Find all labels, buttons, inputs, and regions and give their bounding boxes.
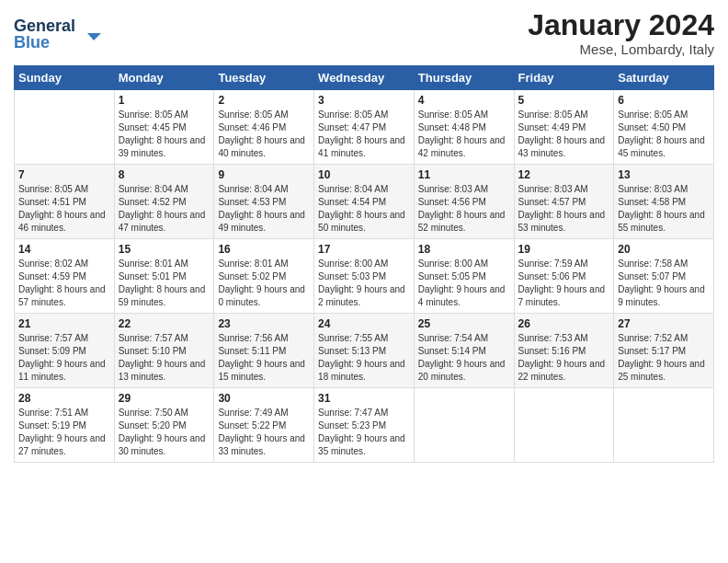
- day-info: Sunrise: 8:03 AMSunset: 4:57 PMDaylight:…: [518, 183, 610, 235]
- calendar-week-0: 1Sunrise: 8:05 AMSunset: 4:45 PMDaylight…: [15, 90, 714, 165]
- calendar-cell-4-0: 28Sunrise: 7:51 AMSunset: 5:19 PMDayligh…: [15, 388, 115, 463]
- calendar-cell-4-2: 30Sunrise: 7:49 AMSunset: 5:22 PMDayligh…: [214, 388, 314, 463]
- calendar-cell-1-3: 10Sunrise: 8:04 AMSunset: 4:54 PMDayligh…: [314, 165, 415, 239]
- day-info: Sunrise: 7:54 AMSunset: 5:14 PMDaylight:…: [418, 332, 510, 384]
- day-number: 14: [18, 243, 110, 256]
- calendar-cell-0-2: 2Sunrise: 8:05 AMSunset: 4:46 PMDaylight…: [214, 90, 314, 165]
- day-info: Sunrise: 8:04 AMSunset: 4:53 PMDaylight:…: [218, 183, 310, 235]
- calendar-cell-3-0: 21Sunrise: 7:57 AMSunset: 5:09 PMDayligh…: [15, 314, 115, 388]
- calendar-week-2: 14Sunrise: 8:02 AMSunset: 4:59 PMDayligh…: [15, 239, 714, 314]
- calendar-week-3: 21Sunrise: 7:57 AMSunset: 5:09 PMDayligh…: [15, 314, 714, 388]
- title-area: January 2024 Mese, Lombardy, Italy: [528, 9, 714, 57]
- svg-marker-1: [87, 33, 101, 40]
- day-number: 1: [119, 94, 210, 107]
- calendar-cell-3-6: 27Sunrise: 7:52 AMSunset: 5:17 PMDayligh…: [614, 314, 714, 388]
- page-container: General Blue January 2024 Mese, Lombardy…: [0, 0, 728, 472]
- day-info: Sunrise: 8:05 AMSunset: 4:47 PMDaylight:…: [318, 109, 410, 160]
- header-saturday: Saturday: [614, 66, 714, 90]
- day-number: 26: [518, 317, 610, 330]
- day-number: 24: [318, 317, 410, 330]
- calendar-cell-2-2: 16Sunrise: 8:01 AMSunset: 5:02 PMDayligh…: [214, 239, 314, 314]
- calendar-cell-0-1: 1Sunrise: 8:05 AMSunset: 4:45 PMDaylight…: [114, 90, 214, 165]
- svg-text:General: General: [14, 17, 75, 35]
- day-info: Sunrise: 7:53 AMSunset: 5:16 PMDaylight:…: [518, 332, 610, 384]
- day-info: Sunrise: 8:00 AMSunset: 5:03 PMDaylight:…: [318, 258, 410, 309]
- day-number: 25: [418, 317, 510, 330]
- day-number: 27: [618, 317, 710, 330]
- day-number: 15: [119, 243, 210, 256]
- day-info: Sunrise: 8:03 AMSunset: 4:56 PMDaylight:…: [418, 183, 510, 235]
- day-number: 17: [318, 243, 410, 256]
- calendar-cell-2-0: 14Sunrise: 8:02 AMSunset: 4:59 PMDayligh…: [15, 239, 115, 314]
- day-info: Sunrise: 8:05 AMSunset: 4:48 PMDaylight:…: [418, 109, 510, 160]
- header-row: Sunday Monday Tuesday Wednesday Thursday…: [15, 66, 714, 90]
- day-info: Sunrise: 7:49 AMSunset: 5:22 PMDaylight:…: [218, 407, 310, 458]
- day-number: 7: [18, 168, 110, 181]
- calendar-cell-1-4: 11Sunrise: 8:03 AMSunset: 4:56 PMDayligh…: [414, 165, 514, 239]
- day-number: 20: [618, 243, 710, 256]
- calendar-cell-3-4: 25Sunrise: 7:54 AMSunset: 5:14 PMDayligh…: [414, 314, 514, 388]
- day-number: 12: [518, 168, 610, 181]
- calendar-cell-4-4: [414, 388, 514, 463]
- header-monday: Monday: [114, 66, 214, 90]
- day-info: Sunrise: 8:01 AMSunset: 5:02 PMDaylight:…: [218, 258, 310, 309]
- day-info: Sunrise: 7:55 AMSunset: 5:13 PMDaylight:…: [318, 332, 410, 384]
- calendar-cell-4-3: 31Sunrise: 7:47 AMSunset: 5:23 PMDayligh…: [314, 388, 415, 463]
- day-number: 5: [518, 94, 610, 107]
- calendar-cell-1-5: 12Sunrise: 8:03 AMSunset: 4:57 PMDayligh…: [514, 165, 614, 239]
- calendar-cell-1-6: 13Sunrise: 8:03 AMSunset: 4:58 PMDayligh…: [614, 165, 714, 239]
- day-info: Sunrise: 7:57 AMSunset: 5:09 PMDaylight:…: [18, 332, 110, 384]
- logo: General Blue: [14, 13, 115, 58]
- day-info: Sunrise: 7:58 AMSunset: 5:07 PMDaylight:…: [618, 258, 710, 309]
- day-number: 6: [618, 94, 710, 107]
- day-number: 10: [318, 168, 410, 181]
- calendar-body: 1Sunrise: 8:05 AMSunset: 4:45 PMDaylight…: [15, 90, 714, 463]
- header-friday: Friday: [514, 66, 614, 90]
- calendar-cell-0-5: 5Sunrise: 8:05 AMSunset: 4:49 PMDaylight…: [514, 90, 614, 165]
- day-number: 16: [218, 243, 310, 256]
- day-info: Sunrise: 8:00 AMSunset: 5:05 PMDaylight:…: [418, 258, 510, 309]
- calendar-cell-3-1: 22Sunrise: 7:57 AMSunset: 5:10 PMDayligh…: [114, 314, 214, 388]
- day-number: 8: [119, 168, 210, 181]
- day-info: Sunrise: 8:05 AMSunset: 4:51 PMDaylight:…: [18, 183, 110, 235]
- day-info: Sunrise: 8:05 AMSunset: 4:45 PMDaylight:…: [119, 109, 210, 160]
- calendar-cell-2-4: 18Sunrise: 8:00 AMSunset: 5:05 PMDayligh…: [414, 239, 514, 314]
- day-info: Sunrise: 7:51 AMSunset: 5:19 PMDaylight:…: [18, 407, 110, 458]
- day-number: 22: [119, 317, 210, 330]
- day-number: 11: [418, 168, 510, 181]
- calendar-cell-1-2: 9Sunrise: 8:04 AMSunset: 4:53 PMDaylight…: [214, 165, 314, 239]
- day-info: Sunrise: 7:52 AMSunset: 5:17 PMDaylight:…: [618, 332, 710, 384]
- day-number: 18: [418, 243, 510, 256]
- svg-text:Blue: Blue: [14, 33, 50, 52]
- header-wednesday: Wednesday: [314, 66, 415, 90]
- calendar-week-1: 7Sunrise: 8:05 AMSunset: 4:51 PMDaylight…: [15, 165, 714, 239]
- day-info: Sunrise: 8:05 AMSunset: 4:50 PMDaylight:…: [618, 109, 710, 160]
- day-info: Sunrise: 8:01 AMSunset: 5:01 PMDaylight:…: [119, 258, 210, 309]
- day-number: 29: [119, 392, 210, 405]
- day-info: Sunrise: 8:04 AMSunset: 4:52 PMDaylight:…: [119, 183, 210, 235]
- calendar-cell-4-6: [614, 388, 714, 463]
- day-info: Sunrise: 8:04 AMSunset: 4:54 PMDaylight:…: [318, 183, 410, 235]
- day-number: 4: [418, 94, 510, 107]
- calendar-cell-0-6: 6Sunrise: 8:05 AMSunset: 4:50 PMDaylight…: [614, 90, 714, 165]
- day-info: Sunrise: 8:02 AMSunset: 4:59 PMDaylight:…: [18, 258, 110, 309]
- day-number: 30: [218, 392, 310, 405]
- day-info: Sunrise: 7:47 AMSunset: 5:23 PMDaylight:…: [318, 407, 410, 458]
- calendar-header: Sunday Monday Tuesday Wednesday Thursday…: [15, 66, 714, 90]
- day-info: Sunrise: 7:50 AMSunset: 5:20 PMDaylight:…: [119, 407, 210, 458]
- day-info: Sunrise: 7:59 AMSunset: 5:06 PMDaylight:…: [518, 258, 610, 309]
- day-info: Sunrise: 7:57 AMSunset: 5:10 PMDaylight:…: [119, 332, 210, 384]
- page-header: General Blue January 2024 Mese, Lombardy…: [14, 9, 714, 58]
- calendar-cell-1-1: 8Sunrise: 8:04 AMSunset: 4:52 PMDaylight…: [114, 165, 214, 239]
- calendar-cell-4-1: 29Sunrise: 7:50 AMSunset: 5:20 PMDayligh…: [114, 388, 214, 463]
- header-thursday: Thursday: [414, 66, 514, 90]
- day-number: 19: [518, 243, 610, 256]
- calendar-cell-0-3: 3Sunrise: 8:05 AMSunset: 4:47 PMDaylight…: [314, 90, 415, 165]
- calendar-cell-2-3: 17Sunrise: 8:00 AMSunset: 5:03 PMDayligh…: [314, 239, 415, 314]
- day-info: Sunrise: 8:05 AMSunset: 4:46 PMDaylight:…: [218, 109, 310, 160]
- day-info: Sunrise: 8:03 AMSunset: 4:58 PMDaylight:…: [618, 183, 710, 235]
- calendar-cell-3-5: 26Sunrise: 7:53 AMSunset: 5:16 PMDayligh…: [514, 314, 614, 388]
- day-number: 31: [318, 392, 410, 405]
- header-sunday: Sunday: [15, 66, 115, 90]
- day-number: 28: [18, 392, 110, 405]
